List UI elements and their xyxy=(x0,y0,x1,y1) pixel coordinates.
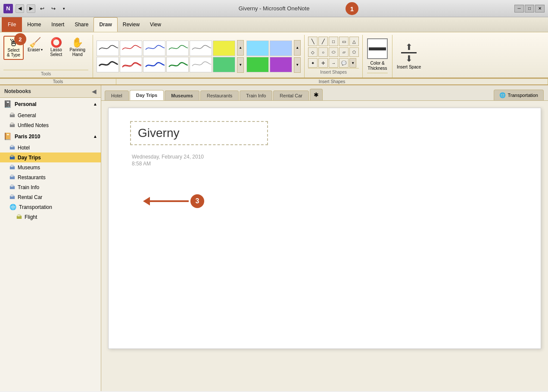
sidebar-item-unfiled-notes[interactable]: 🏔 Unfiled Notes xyxy=(0,120,101,130)
flight-icon: 🏔 xyxy=(16,214,22,220)
day-trips-icon: 🏔 xyxy=(9,154,15,161)
insert-shapes-section-label: Insert Shapes xyxy=(116,79,548,84)
tab-more[interactable]: ✱ xyxy=(310,89,323,100)
pen-swatch-6[interactable] xyxy=(97,57,119,72)
pen-scroll-down[interactable]: ▼ xyxy=(237,57,244,73)
shape-parallelogram[interactable]: ▱ xyxy=(339,47,349,57)
ribbon-labels: Tools Insert Shapes xyxy=(0,78,548,85)
color-swatch-purple[interactable] xyxy=(270,57,292,72)
back-button[interactable]: ◀ xyxy=(16,4,24,13)
pen-swatch-4[interactable] xyxy=(190,40,212,56)
shape-star[interactable]: ✦ xyxy=(308,58,318,68)
sidebar-item-hotel[interactable]: 🏔 Hotel xyxy=(0,143,101,152)
menu-bar: File Home Insert Share Draw Review View xyxy=(0,17,548,32)
undo-button[interactable]: ↩ xyxy=(38,4,47,13)
pen-swatch-0[interactable] xyxy=(97,40,119,56)
lasso-button[interactable]: ⭕ LassoSelect xyxy=(47,36,65,59)
menu-share[interactable]: Share xyxy=(69,17,93,32)
rental-car-label: Rental Car xyxy=(18,194,42,200)
menu-view[interactable]: View xyxy=(145,17,166,32)
shape-circle[interactable]: ○ xyxy=(318,47,328,57)
tab-hotel[interactable]: Hotel xyxy=(105,90,129,100)
step-3-badge: 3 xyxy=(190,194,204,208)
pen-swatch-3[interactable] xyxy=(166,40,189,56)
train-info-label: Train Info xyxy=(18,184,39,190)
transportation-tab-label: Transportation xyxy=(508,93,538,98)
sidebar-item-museums[interactable]: 🏔 Museums xyxy=(0,162,101,172)
page-title-box[interactable]: Giverny xyxy=(130,121,268,145)
eraser-button[interactable]: 🧹 Eraser ▾ xyxy=(25,36,46,54)
sidebar-item-train-info[interactable]: 🏔 Train Info xyxy=(0,182,101,192)
sidebar-item-flight[interactable]: 🏔 Flight xyxy=(0,212,101,222)
minimize-button[interactable]: ─ xyxy=(514,5,524,12)
pen-swatch-11[interactable] xyxy=(213,57,235,72)
maximize-button[interactable]: □ xyxy=(525,5,534,12)
sidebar-item-restaurants[interactable]: 🏔 Restaurants xyxy=(0,172,101,182)
pen-swatch-9[interactable] xyxy=(166,57,189,72)
shapes-more-dropdown[interactable]: ▼ xyxy=(349,58,356,68)
forward-button[interactable]: ▶ xyxy=(27,4,35,13)
tab-transportation[interactable]: 🌐 Transportation xyxy=(494,90,544,100)
shape-pentagon[interactable]: ⬠ xyxy=(349,47,359,57)
sidebar: Notebooks ◀ 📓 Personal ▲ 🏔 General 🏔 Unf… xyxy=(0,85,101,391)
panning-hand-label: PanningHand xyxy=(69,47,85,57)
menu-draw[interactable]: Draw xyxy=(93,17,117,32)
museums-icon: 🏔 xyxy=(9,164,15,171)
shape-triangle[interactable]: △ xyxy=(349,37,359,46)
color-scroll-down[interactable]: ▼ xyxy=(294,57,301,73)
panning-hand-button[interactable]: ✋ PanningHand xyxy=(66,36,88,59)
redo-button[interactable]: ↪ xyxy=(49,4,58,13)
shape-callout[interactable]: 💬 xyxy=(339,58,349,68)
eraser-dropdown-icon[interactable]: ▾ xyxy=(41,48,43,52)
color-swatch-green[interactable] xyxy=(246,57,269,72)
menu-home[interactable]: Home xyxy=(22,17,46,32)
color-swatch-yellow[interactable] xyxy=(246,40,269,56)
pen-swatch-2[interactable] xyxy=(143,40,165,56)
tab-train-info[interactable]: Train Info xyxy=(240,90,272,100)
select-type-button[interactable]: 2 🖱 Select& Type xyxy=(3,36,24,60)
shape-ellipse[interactable]: ⬭ xyxy=(329,47,338,57)
customize-button[interactable]: ▾ xyxy=(60,5,67,12)
select-type-label: Select& Type xyxy=(7,48,20,57)
tab-day-trips[interactable]: Day Trips xyxy=(130,90,164,100)
notebook-paris2010[interactable]: 📔 Paris 2010 ▲ xyxy=(0,130,101,143)
sidebar-item-transportation[interactable]: 🌐 Transportation xyxy=(0,202,101,212)
shape-line-diag1[interactable]: ╲ xyxy=(308,37,318,46)
shape-rect2[interactable]: ▭ xyxy=(339,37,349,46)
title-bar: N ◀ ▶ ↩ ↪ ▾ Giverny - Microsoft OneNote … xyxy=(0,0,548,17)
shape-diamond[interactable]: ◇ xyxy=(308,47,318,57)
pen-swatch-5[interactable] xyxy=(213,40,235,56)
tab-restaurants[interactable]: Restaurants xyxy=(200,90,239,100)
pen-swatch-7[interactable] xyxy=(120,57,142,72)
sidebar-item-general[interactable]: 🏔 General xyxy=(0,110,101,120)
notebook-paris2010-items: 🏔 Hotel 🏔 Day Trips 🏔 Museums 🏔 Restaura… xyxy=(0,143,101,222)
content-area: Giverny Wednesday, February 24, 2010 8:5… xyxy=(101,101,548,391)
menu-review[interactable]: Review xyxy=(118,17,145,32)
page-tabs: Hotel Day Trips Museums Restaurants Trai… xyxy=(101,85,548,101)
sidebar-collapse-button[interactable]: ◀ xyxy=(92,88,97,95)
pen-swatch-10[interactable] xyxy=(190,57,212,72)
window-title: Giverny - Microsoft OneNote xyxy=(4,5,544,12)
hotel-label: Hotel xyxy=(18,145,30,151)
tab-rental-car[interactable]: Rental Car xyxy=(273,90,309,100)
pen-scroll-up[interactable]: ▲ xyxy=(237,40,244,56)
sidebar-item-rental-car[interactable]: 🏔 Rental Car xyxy=(0,192,101,202)
menu-file[interactable]: File xyxy=(2,17,22,32)
color-swatch-blue[interactable] xyxy=(270,40,292,56)
insert-space-button[interactable]: ⬆ ⬇ Insert Space xyxy=(397,37,421,76)
pen-swatch-8[interactable] xyxy=(143,57,165,72)
shape-line-diag2[interactable]: ╱ xyxy=(318,37,328,46)
pen-swatch-1[interactable] xyxy=(120,40,142,56)
sidebar-item-day-trips[interactable]: 🏔 Day Trips xyxy=(0,152,101,162)
shape-cross[interactable]: ✛ xyxy=(318,58,328,68)
color-scroll-up[interactable]: ▲ xyxy=(294,40,301,56)
notebook-personal-expand: ▲ xyxy=(93,102,97,106)
color-thickness-button[interactable]: Color &Thickness xyxy=(367,37,388,73)
close-button[interactable]: ✕ xyxy=(535,5,545,12)
notebook-personal[interactable]: 📓 Personal ▲ xyxy=(0,98,101,110)
shape-arrow[interactable]: → xyxy=(329,58,338,68)
lasso-label: LassoSelect xyxy=(50,47,62,57)
tab-museums[interactable]: Museums xyxy=(165,90,199,100)
shape-rect[interactable]: □ xyxy=(329,37,338,46)
menu-insert[interactable]: Insert xyxy=(46,17,69,32)
